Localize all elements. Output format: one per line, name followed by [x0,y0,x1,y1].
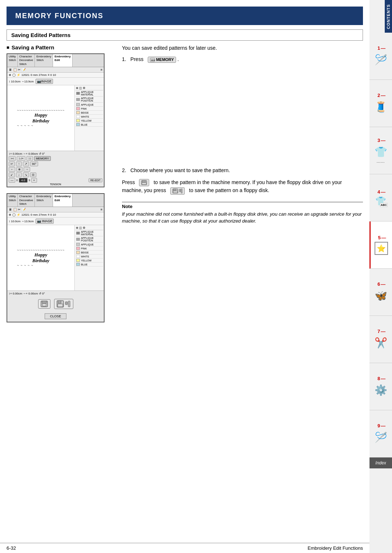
tab-embroidery[interactable]: EmbroideryStitch [35,54,53,67]
chapter-2-number: 2 [376,93,380,98]
coords-row: ↕+ 0.00cm ↔+ 0.00cm ↺ 0° [9,152,102,155]
tab-utility-2[interactable]: UtilityStitch [7,194,18,207]
machine-screen-2: UtilityStitch CharacterDecorativeStitch … [7,193,105,322]
svg-rect-5 [58,304,63,307]
step2: 2. Choose where you want to save the pat… [122,167,363,173]
color-yellow: YELLOW [75,119,103,123]
chapter-1[interactable]: 1 — 🪡 [369,33,392,80]
save-options-row [9,296,102,312]
btn-dl[interactable]: ↙ [9,172,15,177]
screen-main-area: ~~~~~~~~~~~~~~~~~~~~~ Happy Birthday ~ ~… [7,85,104,151]
screen-canvas-2: ~~~~~~~~~~~~~~~~~~~~~ Happy Birthday ~ ~… [7,225,75,290]
panel-top-icons: ⊕◫⚙ [75,86,103,90]
btn-select[interactable]: ⊡ [30,172,36,177]
icon-mm: 0 mm 27mm [30,73,46,77]
btn-expand[interactable]: >< [9,156,16,161]
step2-choose-text: Choose where you want to save the patter… [130,167,230,173]
screen-right-panel: ⊕◫⚙ APPLIQUEMATERIAL APPLIQUEPOSITION AP… [75,85,104,151]
wavy-decoration-2: ~ ~ ~ ~ ~ [17,124,65,127]
chapter-8[interactable]: 8 — ⚙️ [369,363,392,410]
coords-row-2: ↕+ 0.00cm ↔+ 0.00cm ↺ 0° [9,292,102,295]
button-row-1: >< ↕-/+ ↕↕ MEMORY [9,156,102,161]
save-to-floppy-btn[interactable] [54,299,73,309]
index-tab[interactable]: Index [369,458,392,468]
icon-settings: ⊕ [9,73,11,77]
image-button[interactable]: 📷 IMAGE [36,79,53,84]
btn-tension-minus[interactable]: — [9,178,15,183]
chapter-1-number: 1 [376,45,380,51]
step1-text: Press [130,56,143,62]
note-title: Note [122,204,363,209]
tab-edit-2[interactable]: EmbroideryEdit [53,194,72,207]
btn-adjust[interactable]: ↕-/+ [17,156,25,161]
intro-text: You can save edited patterns for later u… [122,44,363,52]
screen-bottom-2: ↕+ 0.00cm ↔+ 0.00cm ↺ 0° [7,290,104,322]
chapter-7[interactable]: 7 — ✂️ [369,316,392,363]
btn-mirror[interactable]: ↗ [23,162,29,166]
screen-canvas: ~~~~~~~~~~~~~~~~~~~~~ Happy Birthday ~ ~… [7,85,75,151]
svg-rect-17 [179,189,181,192]
image-button-2[interactable]: 📷 IMAGE [36,219,54,224]
step2-floppy-save-icon[interactable] [170,187,185,195]
svg-rect-12 [142,180,146,182]
icon-count: ≡ 0 10 [48,73,56,77]
button-row-3: ← ⊕ → [9,167,102,172]
chapter-5[interactable]: 5 — ⭐ [369,221,392,269]
re-edit-btn[interactable]: RE-EDIT [89,178,102,182]
chapter-4[interactable]: 4 — 👕 ABC [369,174,392,221]
chapter-5-icon: ⭐ [375,242,388,255]
tab-utility[interactable]: UtilityStitch [7,54,18,67]
screen-icons-row: ⊕ ◯ ⚡ 12021 0 mm 27mm ≡ 0 10 [7,73,104,78]
note-box: Note If your machine did not come furnis… [122,202,363,225]
chapter-4-number: 4 [376,189,380,195]
tab-edit[interactable]: EmbroideryEdit [53,54,72,67]
chapter-3[interactable]: 3 — 👕 ...... [369,127,392,174]
tab-character-2[interactable]: CharacterDecorativeStitch [18,194,35,207]
chapter-9[interactable]: 9 — 🪡 [369,410,392,458]
screen-dim-row: ↕ 10.0cm ↔13.9cm 📷 IMAGE [7,78,104,85]
btn-dr[interactable]: ↘ [23,172,29,177]
chapter-7-icon: ✂️ [375,337,387,349]
memory-button-1[interactable]: MEMORY [34,156,51,161]
btn-down[interactable]: ↓ [16,172,22,177]
svg-rect-4 [58,301,61,303]
wavy-decoration: ~~~~~~~~~~~~~~~~~~~~~ [17,109,65,112]
screen-dim-row-2: ↕ 10.0cm ↔13.9cm 📷 IMAGE [7,217,104,225]
tab-character[interactable]: CharacterDecorativeStitch [18,54,35,67]
btn-flip[interactable]: ↕↕ [26,156,33,161]
btn-up[interactable]: ↑ [16,162,22,166]
btn-center[interactable]: ⊕ [16,167,23,172]
chapter-6-number: 6 [376,281,380,287]
section-title: Saving Edited Patterns [11,32,70,38]
btn-90[interactable]: 90° [30,162,38,166]
chapter-2[interactable]: 2 — 🧵 [369,80,392,127]
color-applique-position: APPLIQUEPOSITION [75,97,103,103]
icon-needle: ⚡ [17,73,20,77]
btn-right[interactable]: → [24,167,30,172]
memory-inline-btn[interactable]: MEM MEMORY [148,57,176,63]
screen-tabs-2: UtilityStitch CharacterDecorativeStitch … [7,194,104,207]
chapter-9-number: 9 [376,423,380,428]
screen-bottom-controls: ↕+ 0.00cm ↔+ 0.00cm ↺ 0° >< ↕-/+ ↕↕ MEMO… [7,151,104,187]
save-to-machine-btn[interactable] [38,299,50,309]
tab-embroidery-2[interactable]: EmbroideryStitch [35,194,53,207]
svg-rect-8 [68,301,70,307]
chapter-8-number: 8 [376,376,380,381]
step2-press-text: Press [122,179,135,185]
chapter-6[interactable]: 6 — 🦋 [369,269,392,316]
dimensions-text: ↕ 10.0cm ↔13.9cm [9,80,34,83]
chapter-3-number: 3 [376,138,380,143]
btn-left[interactable]: ← [9,167,15,172]
screen-top-bar-2: 🖥 📋 ✂ 📝 ≡ [7,207,104,212]
btn-tension-plus[interactable]: + [31,178,37,183]
close-button[interactable]: CLOSE [45,313,66,319]
btn-reverse[interactable]: ↩ [9,162,15,166]
step1: 1. Press MEM MEMORY . [122,56,363,63]
icon-num: 12021 [21,73,29,77]
svg-rect-2 [42,304,46,306]
chapter-2-icon: 🧵 [375,101,387,113]
contents-tab[interactable]: CONTENTS [385,0,392,33]
step2-machine-save-icon[interactable] [139,179,149,186]
chapter-3-icon: 👕 [375,146,387,158]
tension-left-val: 0 [16,179,18,182]
